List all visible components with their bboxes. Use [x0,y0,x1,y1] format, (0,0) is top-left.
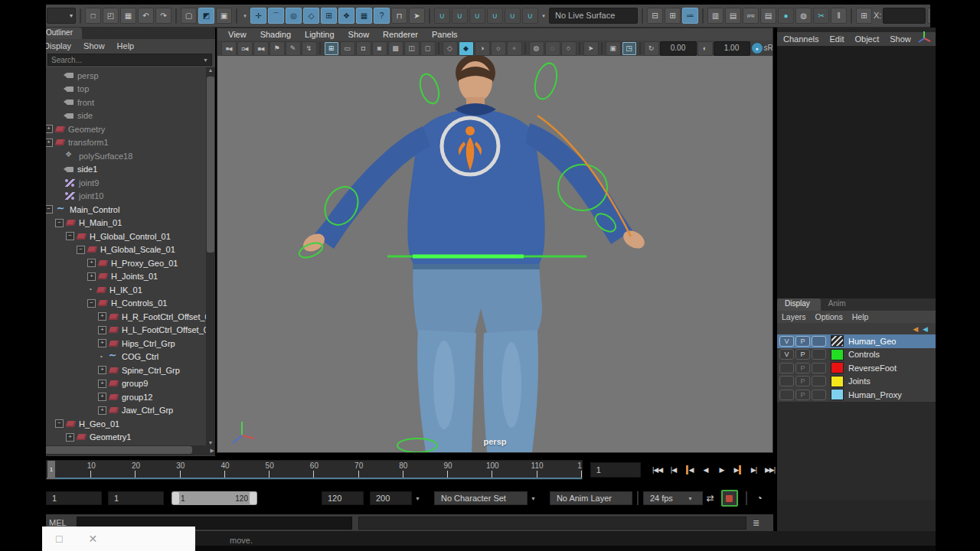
current-time-marker[interactable]: 1 [47,461,55,479]
scroll-right-icon[interactable]: ▶ [211,448,214,454]
viewport-menu-item[interactable]: View [228,30,247,39]
animation-end-field[interactable]: 200 [370,491,412,505]
outliner-item[interactable]: side [41,109,215,123]
outliner-tab[interactable]: Outliner [41,28,82,39]
textured-icon[interactable]: ◑ [475,41,490,56]
channel-box-menu-item[interactable]: Edit [829,34,844,44]
outliner-item[interactable]: H_Geo_01 [41,417,215,431]
chevron-down-icon[interactable]: ▼ [203,57,208,63]
expand-toggle-icon[interactable] [55,219,64,227]
coordinate-entry-field[interactable] [883,8,926,24]
mask-dropdown-caret[interactable]: ▾ [241,8,249,23]
rendering-mask-icon[interactable]: ❖ [338,8,354,24]
viewport-menu-item[interactable]: Show [348,30,370,39]
layer-display-type-toggle[interactable] [812,376,826,386]
expand-toggle-icon[interactable] [55,112,62,119]
multisample-icon[interactable]: ○ [561,41,577,56]
time-tick[interactable]: 50 [225,461,270,479]
outliner-item[interactable]: persp [41,69,215,83]
field-chart-icon[interactable]: ▩ [388,41,403,56]
expand-toggle-icon[interactable] [55,152,62,159]
step-forward-frame-button[interactable]: ▶| [746,463,761,477]
misc-mask-icon[interactable]: ▦ [356,8,372,24]
outliner-item[interactable]: H_Global_Control_01 [41,230,215,243]
exposure-field[interactable]: 0.00 [660,41,697,56]
camera-attributes-icon[interactable]: ◙◀ [253,41,269,56]
expand-toggle-icon[interactable] [55,419,64,428]
highlight-selection-icon[interactable]: ➤ [409,8,425,24]
expand-toggle-icon[interactable] [55,166,62,173]
scroll-up-icon[interactable]: ▲ [208,67,214,73]
surface-mask-icon[interactable]: ◎ [286,8,302,24]
outliner-item[interactable]: H_IK_01 [41,283,215,297]
step-back-frame-button[interactable]: |◀ [666,463,681,477]
layer-visibility-toggle[interactable]: V [779,336,794,347]
outliner-item[interactable]: H_Main_01 [41,217,215,230]
layer-visibility-toggle[interactable] [779,376,794,386]
shadows-icon[interactable]: ● [507,41,522,56]
view-transform-toggle-icon[interactable]: ● [751,42,763,54]
layer-row[interactable]: P Human_Proxy [777,388,936,402]
resolution-gate-icon[interactable]: ◘ [356,41,371,56]
range-slider-left-handle[interactable] [172,492,179,504]
layer-playback-toggle[interactable]: P [795,390,810,400]
outliner-item[interactable]: H_Global_Scale_01 [41,243,215,257]
playback-start-field[interactable]: 1 [108,491,164,505]
occlusion-icon[interactable]: ◍ [529,41,544,56]
expand-toggle-icon[interactable] [55,86,62,93]
expand-toggle-icon[interactable] [98,380,106,388]
modeling-toolkit-icon[interactable]: ⊞ [856,8,872,24]
layer-visibility-toggle[interactable] [779,363,794,373]
anim-layer-dropdown[interactable]: No Anim Layer [550,491,632,505]
save-scene-icon[interactable]: ▦ [120,8,136,24]
go-to-end-button[interactable]: ▶▶| [763,463,777,477]
layer-color-swatch[interactable] [831,349,844,360]
xray-icon[interactable]: ▣ [606,41,621,56]
undo-icon[interactable]: ↶ [138,8,154,24]
fps-dropdown[interactable]: 24 fps ▼ [643,491,703,505]
wireframe-icon[interactable]: ◇ [443,41,458,56]
viewport-menu-item[interactable]: Panels [432,30,458,39]
time-tick[interactable]: 12 [537,461,582,479]
outliner-item[interactable]: Geometry [41,122,215,136]
time-tick[interactable]: 80 [359,461,403,479]
layer-row[interactable]: P ReverseFoot [777,361,936,375]
image-plane-icon[interactable]: ✎ [286,41,301,56]
play-forwards-button[interactable]: ▶ [714,463,729,477]
hypershade-icon[interactable]: ◍ [795,8,812,24]
expand-toggle-icon[interactable] [66,433,74,442]
expand-toggle-icon[interactable] [55,179,62,186]
isolate-select-icon[interactable]: ➤ [583,41,599,56]
select-by-hierarchy-icon[interactable]: ▢ [181,8,197,24]
film-gate-icon[interactable]: ▭ [340,41,355,56]
safe-action-icon[interactable]: ◫ [404,41,420,56]
open-scene-icon[interactable]: ◰ [103,8,119,24]
expand-toggle-icon[interactable] [55,193,62,200]
search-input[interactable]: Search... ▼ [47,54,212,66]
outliner-item[interactable]: H_Joints_01 [41,270,215,284]
layer-playback-toggle[interactable]: P [795,336,810,347]
select-by-object-icon[interactable]: ◩ [198,8,214,24]
outliner-menu-item[interactable]: Help [117,41,135,51]
outliner-menu-item[interactable]: Show [83,41,105,51]
animation-start-field[interactable]: 1 [46,491,102,505]
time-tick[interactable]: 100 [448,461,492,479]
outliner-item[interactable]: front [41,96,215,109]
layer-row[interactable]: P Joints [777,375,936,389]
expand-toggle-icon[interactable] [77,246,85,254]
snap-to-grid-icon[interactable]: ∪ [434,8,450,24]
layer-row[interactable]: V P Human_Geo [777,334,938,348]
pause-viewport-icon[interactable]: ‖ [831,8,847,24]
scrollbar-thumb[interactable] [43,446,192,454]
time-tick[interactable]: 40 [181,461,225,479]
expand-toggle-icon[interactable] [98,366,106,374]
scrollbar-thumb[interactable] [207,77,214,253]
auto-keyframe-button[interactable] [721,490,738,507]
layer-display-type-toggle[interactable] [812,390,826,400]
expand-toggle-icon[interactable] [98,406,106,415]
time-tick[interactable]: 20 [91,461,136,479]
go-to-start-button[interactable]: |◀◀ [650,463,665,477]
snap-to-curve-icon[interactable]: ∪ [452,8,468,24]
outliner-item[interactable]: group12 [41,390,215,404]
new-scene-icon[interactable]: □ [85,8,101,24]
